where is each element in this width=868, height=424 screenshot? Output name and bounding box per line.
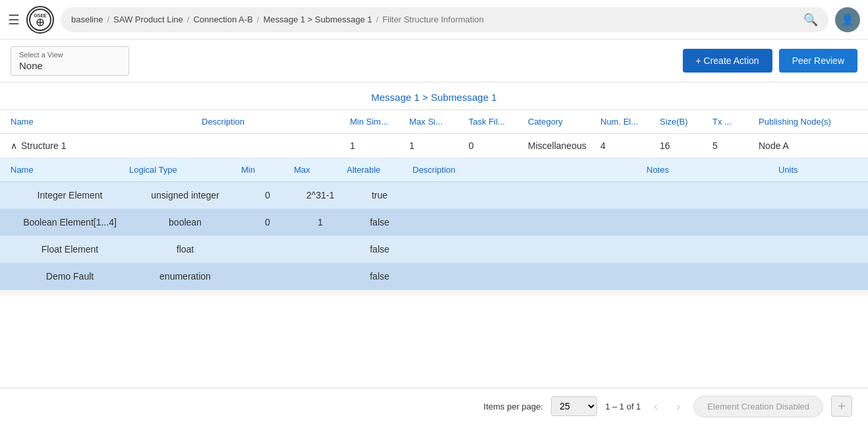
col-min-sim: Min Sim... (350, 117, 409, 127)
table-row[interactable]: Boolean Element[1...4] boolean 0 1 false (0, 209, 868, 236)
select-view-value: None (19, 60, 121, 71)
expand-icon[interactable]: ∧ (11, 140, 17, 151)
sub-col-units: Units (778, 165, 857, 175)
row-name-0: Integer Element (11, 190, 129, 200)
row-alterable-1: false (347, 217, 413, 227)
col-publishing: Publishing Node(s) (759, 117, 857, 127)
select-view-dropdown[interactable]: Select a View None (11, 46, 129, 76)
app-header: ☰ OSEE baseline / SAW Product Line / Con… (0, 0, 868, 40)
prev-page-button[interactable]: ‹ (649, 397, 663, 416)
structure-category: Miscellaneous (528, 140, 600, 151)
scrollbar[interactable] (0, 290, 868, 295)
row-max-0: 2^31-1 (294, 190, 347, 200)
col-description: Description (202, 117, 350, 127)
structure-max-si: 1 (409, 140, 469, 151)
add-element-button[interactable]: + (831, 396, 852, 417)
structure-publishing: Node A (759, 140, 857, 151)
structure-num-el: 4 (600, 140, 660, 151)
osee-logo-icon: OSEE (28, 8, 52, 32)
breadcrumb-baseline[interactable]: baseline (71, 15, 103, 24)
row-name-3: Demo Fault (11, 271, 129, 282)
breadcrumb-sep-3: / (257, 15, 260, 24)
structure-row[interactable]: ∧ Structure 1 1 1 0 Miscellaneous 4 16 5… (0, 134, 868, 158)
breadcrumb-saw[interactable]: SAW Product Line (113, 15, 183, 24)
breadcrumb-message[interactable]: Message 1 > Submessage 1 (263, 15, 372, 24)
table-row[interactable]: Float Element float false (0, 236, 868, 263)
structure-min-sim: 1 (350, 140, 409, 151)
sub-col-alterable: Alterable (347, 165, 413, 175)
breadcrumb-bar: baseline / SAW Product Line / Connection… (61, 7, 828, 32)
peer-review-button[interactable]: Peer Review (779, 49, 857, 73)
sub-col-min: Min (241, 165, 294, 175)
app-logo: OSEE (26, 6, 54, 34)
col-num-el: Num. El... (600, 117, 660, 127)
row-name-2: Float Element (11, 244, 129, 255)
table-row[interactable]: Integer Element unsigned integer 0 2^31-… (0, 182, 868, 209)
table-row[interactable]: Demo Fault enumeration false (0, 263, 868, 290)
sub-table: Name Logical Type Min Max Alterable Desc… (0, 158, 868, 290)
col-tx: Tx ... (712, 117, 759, 127)
row-alterable-3: false (347, 271, 413, 282)
breadcrumb-sep-1: / (107, 15, 109, 24)
filter-input[interactable] (382, 15, 799, 24)
toolbar: Select a View None + Create Action Peer … (0, 40, 868, 82)
table-header: Name Description Min Sim... Max Si... Ta… (0, 110, 868, 134)
row-name-1: Boolean Element[1...4] (11, 217, 129, 227)
breadcrumb-connection[interactable]: Connection A-B (193, 15, 252, 24)
per-page-select[interactable]: 25 10 50 100 (551, 396, 597, 416)
sub-col-description: Description (413, 165, 647, 175)
sub-col-notes: Notes (647, 165, 778, 175)
row-alterable-2: false (347, 244, 413, 255)
element-creation-disabled-badge: Element Creation Disabled (693, 396, 823, 417)
next-page-button[interactable]: › (671, 397, 685, 416)
items-per-page-label: Items per page: (484, 402, 543, 411)
toolbar-actions: + Create Action Peer Review (683, 49, 858, 73)
breadcrumb-sep-4: / (376, 15, 379, 24)
col-max-si: Max Si... (409, 117, 469, 127)
structure-size-b: 16 (660, 140, 712, 151)
row-logical-type-2: float (129, 244, 241, 255)
page-title-bar: Message 1 > Submessage 1 (0, 82, 868, 110)
structure-name: ∧ Structure 1 (11, 140, 202, 151)
col-category: Category (528, 117, 600, 127)
sub-table-header: Name Logical Type Min Max Alterable Desc… (0, 158, 868, 182)
user-avatar[interactable]: 👤 (835, 7, 860, 32)
col-task-fil: Task Fil... (469, 117, 528, 127)
search-button[interactable]: 🔍 (803, 13, 818, 27)
structure-tx: 5 (712, 140, 759, 151)
row-logical-type-3: enumeration (129, 271, 241, 282)
footer: Items per page: 25 10 50 100 1 – 1 of 1 … (0, 388, 868, 424)
sub-col-name: Name (11, 165, 129, 175)
row-min-0: 0 (241, 190, 294, 200)
create-action-button[interactable]: + Create Action (683, 49, 772, 73)
sub-col-logical-type: Logical Type (129, 165, 241, 175)
svg-text:OSEE: OSEE (34, 13, 47, 18)
pagination-info: 1 – 1 of 1 (605, 402, 641, 411)
select-view-label: Select a View (19, 51, 121, 59)
row-min-1: 0 (241, 217, 294, 227)
row-alterable-0: true (347, 190, 413, 200)
row-max-1: 1 (294, 217, 347, 227)
hamburger-menu-icon[interactable]: ☰ (8, 12, 20, 28)
col-name: Name (11, 117, 202, 127)
row-logical-type-1: boolean (129, 217, 241, 227)
structure-task-fil: 0 (469, 140, 528, 151)
page-title: Message 1 > Submessage 1 (371, 92, 497, 103)
sub-col-max: Max (294, 165, 347, 175)
breadcrumb-sep-2: / (187, 15, 190, 24)
col-size-b: Size(B) (660, 117, 712, 127)
row-logical-type-0: unsigned integer (129, 190, 241, 200)
